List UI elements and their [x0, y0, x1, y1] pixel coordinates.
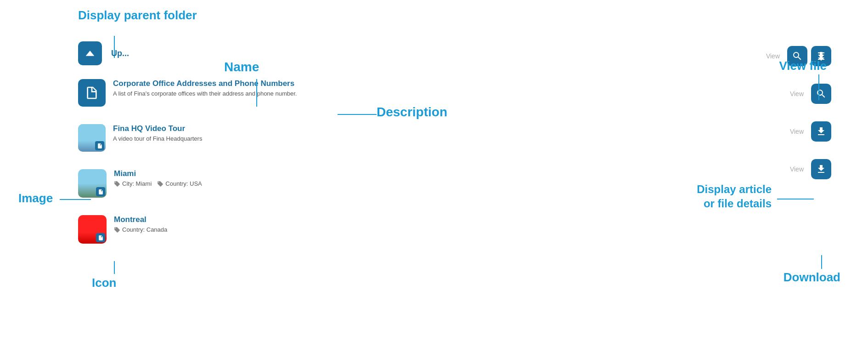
tag-country-label: Country: USA — [165, 180, 202, 187]
file-info-corporate: Corporate Office Addresses and Phone Num… — [113, 79, 491, 97]
file-desc-video: A video tour of Fina Headquarters — [113, 135, 491, 142]
up-button[interactable] — [78, 41, 102, 65]
download-annotation: Download — [783, 270, 840, 285]
download-icon — [816, 51, 827, 62]
doc-overlay-icon — [97, 143, 103, 149]
view-label-miami: View — [790, 128, 804, 135]
action-row-miami: View — [766, 121, 831, 142]
file-row: Corporate Office Addresses and Phone Num… — [78, 79, 491, 111]
file-icon-document — [78, 79, 106, 107]
action-row-montreal: View — [766, 159, 831, 179]
file-info-video: Fina HQ Video Tour A video tour of Fina … — [113, 124, 491, 142]
document-icon — [85, 85, 99, 100]
main-container: Display parent folder Up... Corporate Of… — [0, 0, 868, 359]
file-name-miami: Miami — [114, 169, 491, 178]
annotation-line-download — [821, 255, 822, 269]
file-tag-country: Country: USA — [157, 180, 202, 187]
file-tag-city: City: Miami — [114, 180, 152, 187]
tag-city-label: City: Miami — [122, 180, 152, 187]
annotation-line-displayarticle — [777, 199, 814, 199]
tag-icon — [157, 181, 163, 187]
file-name-corporate: Corporate Office Addresses and Phone Num… — [113, 79, 491, 88]
file-tag-country-canada: Country: Canada — [114, 226, 167, 233]
file-list: Up... Corporate Office Addresses and Pho… — [78, 41, 491, 261]
file-tags-miami: City: Miami Country: USA — [114, 180, 491, 187]
file-icon-video — [78, 124, 106, 152]
doc-overlay-miami-icon — [98, 189, 104, 195]
tag-icon — [114, 181, 120, 187]
display-article-annotation: Display article or file details — [697, 182, 772, 211]
view-button-video[interactable] — [811, 84, 831, 104]
file-row-montreal: Montreal Country: Canada — [78, 215, 491, 248]
view-button-miami[interactable] — [811, 121, 831, 142]
search-doc-icon — [792, 51, 803, 62]
file-tags-montreal: Country: Canada — [114, 226, 491, 233]
action-row-video: View — [766, 84, 831, 104]
up-row: Up... — [78, 41, 491, 65]
file-info-montreal: Montreal Country: Canada — [114, 215, 491, 233]
file-name-video: Fina HQ Video Tour — [113, 124, 491, 133]
up-arrow-icon — [84, 47, 96, 60]
tag-country-canada-label: Country: Canada — [122, 226, 167, 233]
view-label-montreal: View — [790, 165, 804, 173]
download-icon-montreal — [816, 164, 827, 175]
view-button-corporate[interactable] — [787, 46, 807, 66]
annotation-line-icon — [114, 261, 115, 274]
action-row-corporate: View — [766, 46, 831, 66]
search-doc-icon-2 — [816, 88, 827, 99]
file-info-miami: Miami City: Miami Country: USA — [114, 169, 491, 187]
file-icon-montreal — [78, 215, 107, 244]
tag-icon — [114, 227, 120, 233]
image-annotation: Image — [18, 191, 53, 205]
view-button-montreal[interactable] — [811, 159, 831, 179]
file-desc-corporate: A list of Fina's corporate offices with … — [113, 90, 491, 97]
file-row: Fina HQ Video Tour A video tour of Fina … — [78, 124, 491, 156]
file-name-montreal: Montreal — [114, 215, 491, 224]
icon-annotation: Icon — [92, 276, 116, 290]
actions-area: View View View — [766, 41, 831, 179]
display-parent-folder-annotation: Display parent folder — [78, 8, 197, 23]
download-button-corporate[interactable] — [811, 46, 831, 66]
file-row-miami: Miami City: Miami Country: USA — [78, 169, 491, 202]
view-label-corporate: View — [766, 52, 780, 60]
up-label: Up... — [111, 49, 129, 58]
download-icon-miami — [816, 126, 827, 137]
doc-overlay-montreal-icon — [98, 235, 104, 241]
view-label-video: View — [790, 90, 804, 97]
file-icon-miami — [78, 169, 107, 198]
